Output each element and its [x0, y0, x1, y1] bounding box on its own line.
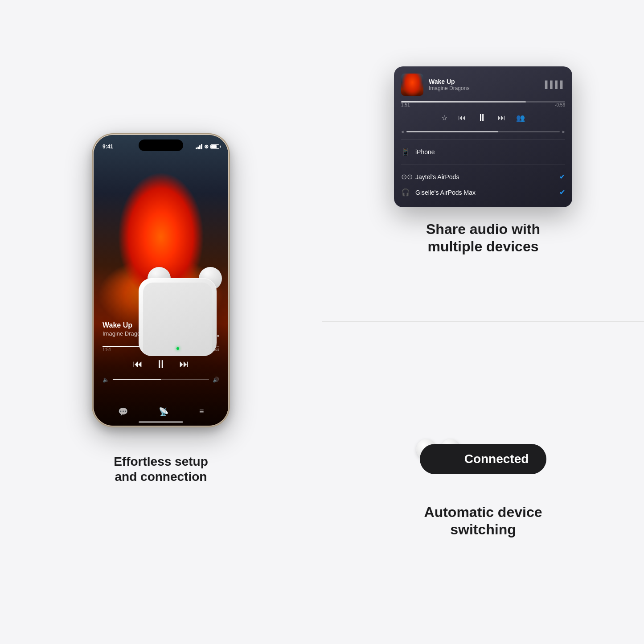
card-progress: 1:51 -0:56 — [401, 101, 565, 107]
share-caption: Share audio with multiple devices — [426, 221, 540, 255]
left-caption-line1: Effortless setup — [114, 454, 208, 469]
status-icons: ⊛ — [196, 144, 219, 150]
waveform-icon: ▌▌▌▌ — [545, 81, 565, 89]
card-divider — [401, 139, 565, 139]
giselle-airpods-icon: 🎧 — [401, 188, 410, 197]
volume-control: 🔈 🔊 — [103, 377, 219, 383]
card-song-title: Wake Up — [429, 78, 540, 85]
giselle-airpods-name: Giselle's AirPods Max — [415, 189, 554, 196]
card-forward-button[interactable]: ⏭ — [497, 113, 505, 123]
device-row-jaytel[interactable]: ⊙⊙ Jaytel's AirPods ✔ — [401, 169, 565, 185]
jaytel-airpods-icon: ⊙⊙ — [401, 172, 410, 181]
left-caption: Effortless setup and connection — [114, 454, 208, 484]
card-divider-2 — [401, 164, 565, 164]
jaytel-airpods-name: Jaytel's AirPods — [415, 173, 554, 180]
time-elapsed: 1:51 — [103, 347, 111, 352]
volume-high-icon: 🔊 — [213, 377, 219, 383]
iphone-device-icon: 📱 — [401, 148, 410, 156]
album-art — [401, 74, 423, 96]
iphone-mockup: 9:41 ⊛ — [85, 133, 237, 436]
card-share-button[interactable]: 👥 — [516, 114, 525, 122]
card-star-button[interactable]: ☆ — [441, 114, 447, 122]
iphone-device-name: iPhone — [415, 148, 565, 156]
bottom-tabs: 💬 📡 ≡ — [94, 407, 228, 417]
playback-controls: ⏮ ⏸ ⏭ — [103, 357, 219, 371]
share-caption-line1: Share audio with — [426, 221, 540, 238]
signal-icon — [196, 144, 202, 149]
card-time-elapsed: 1:51 — [401, 103, 410, 107]
volume-low-icon: 🔈 — [103, 377, 109, 383]
switch-caption-line1: Automatic device — [424, 504, 542, 521]
airpods-case — [139, 278, 217, 356]
home-indicator — [139, 421, 183, 423]
card-controls: ☆ ⏮ ⏸ ⏭ 👥 — [401, 112, 565, 123]
queue-tab[interactable]: ≡ — [199, 407, 204, 417]
card-song-info: Wake Up Imagine Dragons — [429, 78, 540, 91]
share-caption-line2: multiple devices — [426, 238, 540, 255]
card-play-pause-button[interactable]: ⏸ — [477, 112, 487, 123]
switch-caption: Automatic device switching — [424, 504, 542, 538]
fast-forward-button[interactable]: ⏭ — [179, 358, 189, 370]
jaytel-check-icon: ✔ — [559, 172, 565, 181]
device-row-iphone[interactable]: 📱 iPhone — [401, 144, 565, 160]
giselle-check-icon: ✔ — [559, 188, 565, 197]
left-panel: 9:41 ⊛ — [0, 0, 322, 644]
device-row-giselle[interactable]: 🎧 Giselle's AirPods Max ✔ — [401, 185, 565, 200]
lyrics-tab[interactable]: 💬 — [118, 407, 128, 417]
card-time-remaining: -0:56 — [555, 103, 565, 107]
rewind-button[interactable]: ⏮ — [133, 358, 143, 370]
volume-bar[interactable] — [113, 379, 209, 380]
right-bottom-section: Connected Automatic device switching — [322, 322, 644, 644]
case-led — [176, 347, 179, 350]
card-song-artist: Imagine Dragons — [429, 85, 540, 91]
connected-pill: Connected — [420, 444, 547, 474]
left-caption-line2: and connection — [114, 469, 208, 484]
airpods-case-inner — [143, 283, 212, 356]
card-vol-low-icon: ◂ — [401, 129, 404, 135]
card-volume: ◂ ▸ — [401, 129, 565, 135]
airplay-tab[interactable]: 📡 — [159, 407, 168, 417]
right-panel: Wake Up Imagine Dragons ▌▌▌▌ 1:51 -0:56 … — [322, 0, 644, 644]
right-top-section: Wake Up Imagine Dragons ▌▌▌▌ 1:51 -0:56 … — [322, 0, 644, 322]
status-time: 9:41 — [103, 144, 113, 150]
wifi-icon: ⊛ — [204, 144, 209, 150]
card-header: Wake Up Imagine Dragons ▌▌▌▌ — [401, 74, 565, 96]
connected-visual: Connected — [412, 428, 554, 490]
connected-section: Connected Automatic device switching — [412, 428, 554, 538]
battery-icon — [210, 144, 219, 149]
card-rewind-button[interactable]: ⏮ — [458, 113, 466, 123]
iphone-status-bar: 9:41 ⊛ — [94, 141, 228, 152]
card-vol-bar[interactable] — [406, 131, 560, 132]
card-vol-high-icon: ▸ — [562, 129, 565, 135]
switch-caption-line2: switching — [424, 521, 542, 538]
play-pause-button[interactable]: ⏸ — [155, 357, 167, 371]
audio-share-card: Wake Up Imagine Dragons ▌▌▌▌ 1:51 -0:56 … — [394, 66, 572, 207]
airpods-case-container — [139, 267, 228, 356]
connected-label: Connected — [464, 452, 529, 466]
